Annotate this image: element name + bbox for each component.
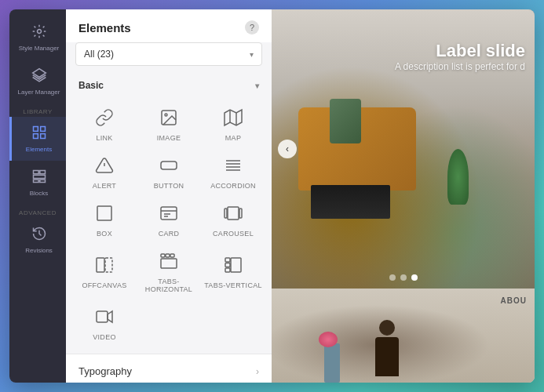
- typography-section: Typography ›: [66, 354, 272, 383]
- app-container: Style Manager Layer Manager LIBRARY: [9, 9, 535, 383]
- element-carousel[interactable]: CAROUSEL: [201, 196, 265, 244]
- svg-rect-9: [33, 180, 38, 182]
- sidebar-item-layer-manager-label: Layer Manager: [18, 89, 60, 96]
- basic-section-header[interactable]: Basic ▾: [66, 74, 272, 97]
- panel-header: Elements ?: [66, 9, 272, 42]
- element-link[interactable]: LINK: [72, 100, 137, 148]
- svg-rect-6: [33, 171, 38, 174]
- layer-manager-icon: [31, 67, 47, 85]
- svg-rect-34: [166, 254, 170, 257]
- element-map[interactable]: MAP: [201, 100, 265, 148]
- svg-rect-5: [40, 134, 45, 139]
- basic-section-chevron-icon: ▾: [255, 82, 259, 90]
- map-icon: [224, 108, 243, 130]
- image-label: IMAGE: [157, 134, 181, 142]
- svg-rect-39: [225, 268, 230, 272]
- offcanvas-label: OFFCANVAS: [82, 281, 126, 289]
- svg-rect-36: [161, 259, 177, 268]
- slider-dot-1[interactable]: [389, 274, 396, 281]
- video-label: VIDEO: [93, 333, 116, 341]
- card-label: CARD: [159, 230, 180, 238]
- tabs-vertical-icon: [224, 256, 243, 278]
- basic-section-label: Basic: [78, 80, 104, 91]
- svg-rect-30: [239, 209, 242, 218]
- svg-rect-18: [161, 162, 177, 169]
- element-tabs-horizontal[interactable]: TABS-HORIZONTAL: [137, 244, 201, 299]
- alert-label: ALERT: [93, 182, 116, 190]
- slider-prev-button[interactable]: ‹: [278, 140, 297, 158]
- advanced-divider: ADVANCED: [9, 205, 66, 218]
- element-accordion[interactable]: ACCORDION: [201, 148, 265, 196]
- button-label: BUTTON: [154, 182, 184, 190]
- bottom-section: ABOU: [272, 289, 535, 383]
- sidebar-item-blocks[interactable]: Blocks: [9, 161, 66, 205]
- svg-rect-8: [33, 175, 45, 178]
- elements-panel: Elements ? All (23) ▾ Basic ▾ LINK: [66, 9, 272, 383]
- svg-rect-10: [39, 180, 45, 182]
- icon-sidebar: Style Manager Layer Manager LIBRARY: [9, 9, 66, 383]
- accordion-label: ACCORDION: [210, 182, 256, 190]
- map-label: MAP: [225, 134, 241, 142]
- element-card[interactable]: CARD: [137, 196, 201, 244]
- svg-rect-3: [40, 127, 45, 132]
- svg-point-12: [165, 114, 167, 116]
- vase-decoration: [324, 343, 340, 383]
- sidebar-item-style-manager-label: Style Manager: [19, 45, 60, 52]
- tabs-horizontal-icon: [159, 252, 178, 274]
- svg-marker-13: [225, 110, 242, 125]
- svg-rect-35: [170, 254, 174, 257]
- pillow-decoration: [330, 99, 361, 143]
- svg-rect-2: [33, 127, 38, 132]
- svg-rect-29: [225, 209, 227, 218]
- svg-rect-4: [33, 134, 38, 139]
- svg-rect-38: [225, 263, 230, 267]
- button-icon: [159, 156, 178, 178]
- sidebar-item-elements[interactable]: Elements: [9, 117, 66, 161]
- element-image[interactable]: IMAGE: [137, 100, 201, 148]
- svg-rect-24: [161, 207, 177, 220]
- typography-label: Typography: [78, 365, 132, 377]
- link-icon: [95, 108, 114, 130]
- carousel-icon: [224, 204, 243, 226]
- accordion-icon: [224, 156, 243, 178]
- element-alert[interactable]: ALERT: [72, 148, 137, 196]
- sidebar-item-revisions-label: Revisions: [25, 247, 53, 254]
- slider-dots: [389, 274, 418, 281]
- alert-icon: [95, 156, 114, 178]
- sidebar-item-blocks-label: Blocks: [30, 190, 49, 197]
- tabs-vertical-label: TABS-VERTICAL: [204, 281, 262, 289]
- bottom-image: ABOU: [272, 289, 535, 383]
- svg-rect-23: [97, 206, 111, 220]
- svg-point-0: [37, 30, 41, 34]
- style-manager-icon: [31, 24, 47, 42]
- library-divider: LIBRARY: [9, 103, 66, 117]
- panel-title: Elements: [78, 21, 131, 34]
- element-tabs-vertical[interactable]: TABS-VERTICAL: [201, 244, 265, 299]
- typography-section-header[interactable]: Typography ›: [66, 354, 272, 383]
- slider-dot-3[interactable]: [411, 274, 418, 281]
- slider-dot-2[interactable]: [400, 274, 407, 281]
- sidebar-item-revisions[interactable]: Revisions: [9, 218, 66, 262]
- svg-rect-31: [97, 258, 104, 272]
- elements-grid: LINK IMAGE: [66, 97, 272, 354]
- element-video[interactable]: VIDEO: [72, 299, 137, 347]
- sidebar-item-style-manager[interactable]: Style Manager: [9, 16, 66, 60]
- svg-rect-7: [39, 171, 45, 174]
- sidebar-item-layer-manager[interactable]: Layer Manager: [9, 60, 66, 103]
- table-decoration: [311, 185, 390, 219]
- link-label: LINK: [96, 134, 112, 142]
- blocks-icon: [31, 169, 47, 187]
- panel-help-button[interactable]: ?: [245, 20, 259, 34]
- person-decoration: [363, 320, 411, 383]
- svg-rect-37: [225, 258, 230, 262]
- element-button[interactable]: BUTTON: [137, 148, 201, 196]
- slider-title: Label slide: [395, 41, 525, 61]
- revisions-icon: [31, 226, 47, 244]
- svg-rect-32: [105, 258, 112, 272]
- video-icon: [95, 307, 114, 329]
- image-icon: [159, 108, 178, 130]
- main-content: ‹ Label slide A description list is perf…: [272, 9, 535, 383]
- elements-filter-dropdown[interactable]: All (23) ▾: [75, 42, 262, 66]
- element-offcanvas[interactable]: OFFCANVAS: [72, 244, 137, 299]
- element-box[interactable]: BOX: [72, 196, 137, 244]
